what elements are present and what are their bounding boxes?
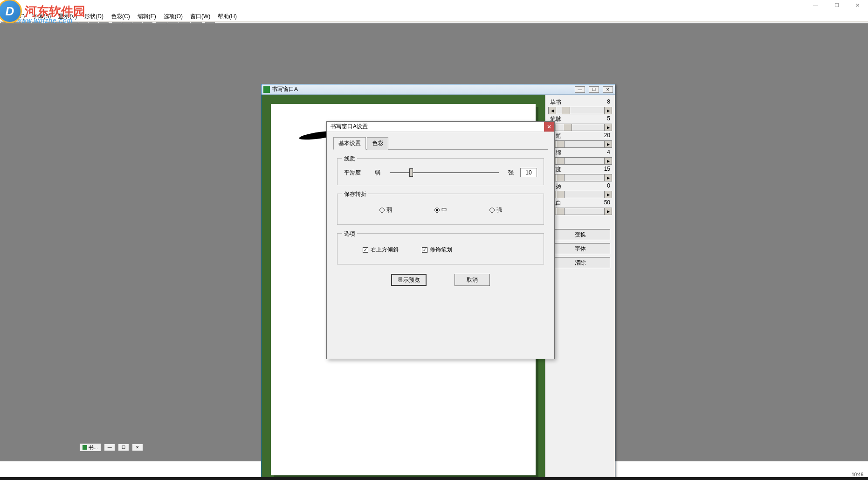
child-close-button[interactable]: ✕ (603, 86, 613, 93)
preserve-turns-fieldset: 保存转折 弱中强 (337, 194, 544, 225)
checkbox-option[interactable]: ✓修饰笔划 (422, 246, 452, 254)
smoothness-slider[interactable] (390, 172, 499, 173)
slider-thumb-icon[interactable] (556, 208, 565, 215)
slider-row: 连绵4◀▶ (548, 149, 612, 165)
radio-label: 强 (496, 206, 502, 214)
menu-bar: 文件(F)字体(S)显示(V)形状(D)色彩(C)编辑(E)选项(O)窗口(W)… (0, 12, 868, 22)
slider-row: 草书8◀▶ (548, 98, 612, 114)
child-minimize-button[interactable]: — (575, 86, 585, 93)
飞白-slider[interactable]: ◀▶ (548, 208, 612, 215)
radio-icon[interactable] (379, 208, 385, 213)
slider-thumb-icon[interactable] (562, 107, 570, 114)
slider-row: 运笔20◀▶ (548, 132, 612, 148)
slider-value: 5 (607, 115, 610, 123)
fieldset-legend: 线质 (342, 155, 357, 163)
radio-option[interactable]: 中 (434, 206, 447, 214)
strong-label: 强 (508, 169, 514, 177)
side-panel: 草书8◀▶笔脉5◀▶运笔20◀▶连绵4◀▶宽度15◀▶抑扬0◀▶飞白50◀▶变换… (545, 95, 615, 480)
side-panel-button[interactable]: 变换 (551, 229, 610, 240)
radio-icon[interactable] (434, 208, 440, 213)
cancel-button[interactable]: 取消 (455, 274, 490, 286)
dialog-tabs: 基本设置色彩 (333, 137, 548, 150)
mdi-tab-label: 书... (89, 444, 98, 451)
menu-item[interactable]: 色彩(C) (107, 12, 134, 21)
menu-item[interactable]: 显示(V) (55, 12, 81, 21)
slider-row: 笔脉5◀▶ (548, 115, 612, 131)
window-controls: — ☐ ✕ (805, 0, 868, 8)
chevron-right-icon[interactable]: ▶ (604, 158, 612, 164)
dialog-tab[interactable]: 色彩 (367, 137, 388, 150)
menu-item[interactable]: 窗口(W) (186, 12, 214, 21)
slider-thumb-icon[interactable] (556, 158, 565, 164)
slider-value: 4 (607, 149, 610, 157)
taskbar[interactable] (0, 477, 868, 480)
chevron-right-icon[interactable]: ▶ (604, 208, 612, 215)
radio-option[interactable]: 弱 (379, 206, 392, 214)
草书-slider[interactable]: ◀▶ (548, 107, 612, 114)
checkbox-label: 修饰笔划 (430, 246, 452, 254)
radio-icon[interactable] (489, 208, 495, 213)
mdi-restore-button[interactable]: ☐ (118, 444, 129, 451)
child-title-bar[interactable]: 书写窗口A — ☐ ✕ (262, 84, 615, 95)
menu-item[interactable]: 选项(O) (160, 12, 186, 21)
chevron-right-icon[interactable]: ▶ (604, 191, 612, 198)
chevron-right-icon[interactable]: ▶ (604, 124, 612, 131)
slider-thumb-icon[interactable] (556, 174, 565, 181)
slider-value: 20 (604, 132, 610, 140)
dialog-tab[interactable]: 基本设置 (333, 137, 366, 150)
chevron-right-icon[interactable]: ▶ (604, 174, 612, 181)
mdi-tab-bar: 书... — ☐ ✕ (79, 443, 143, 452)
side-panel-button[interactable]: 清除 (551, 257, 610, 268)
dialog-close-button[interactable]: ✕ (544, 122, 554, 132)
options-fieldset: 选项 ✓右上方倾斜✓修饰笔划 (337, 233, 544, 264)
weak-label: 弱 (375, 169, 380, 177)
preview-button[interactable]: 显示预览 (391, 274, 427, 286)
抑扬-slider[interactable]: ◀▶ (548, 191, 612, 198)
mdi-tab[interactable]: 书... (79, 443, 101, 452)
slider-row: 宽度15◀▶ (548, 166, 612, 181)
checkbox-label: 右上方倾斜 (371, 246, 399, 254)
side-panel-button[interactable]: 字体 (551, 243, 610, 254)
minimize-button[interactable]: — (805, 0, 826, 10)
mdi-minimize-button[interactable]: — (104, 444, 115, 451)
chevron-right-icon[interactable]: ▶ (604, 141, 612, 147)
chevron-right-icon[interactable]: ▶ (604, 107, 612, 114)
checkbox-icon[interactable]: ✓ (363, 247, 368, 253)
smoothness-input[interactable] (520, 168, 537, 177)
slider-handle-icon[interactable] (409, 168, 413, 177)
menu-item[interactable]: 编辑(E) (134, 12, 160, 21)
menu-item[interactable]: 帮助(H) (214, 12, 241, 21)
宽度-slider[interactable]: ◀▶ (548, 174, 612, 181)
menu-item[interactable]: 形状(D) (81, 12, 107, 21)
smoothness-label: 平滑度 (344, 169, 361, 177)
dialog-button-row: 显示预览 取消 (333, 274, 548, 286)
settings-dialog: 书写窗口A设置 ✕ 基本设置色彩 线质 平滑度 弱 强 保存转折 弱中强 选项 … (326, 121, 555, 359)
radio-label: 弱 (386, 206, 392, 214)
close-button[interactable]: ✕ (847, 0, 868, 10)
slider-value: 15 (604, 166, 610, 174)
slider-label: 草书 (550, 98, 561, 106)
menu-item[interactable]: 文件(F) (3, 12, 28, 21)
slider-value: 50 (604, 199, 610, 207)
slider-value: 8 (607, 98, 610, 106)
child-window-title: 书写窗口A (272, 85, 298, 93)
dialog-title-bar[interactable]: 书写窗口A设置 ✕ (327, 122, 554, 132)
slider-thumb-icon[interactable] (556, 191, 565, 198)
radio-option[interactable]: 强 (489, 206, 502, 214)
fieldset-legend: 选项 (342, 230, 357, 238)
连绵-slider[interactable]: ◀▶ (548, 157, 612, 165)
maximize-button[interactable]: ☐ (826, 0, 847, 10)
menu-item[interactable]: 字体(S) (28, 12, 55, 21)
title-bar (0, 0, 868, 12)
radio-label: 中 (441, 206, 447, 214)
child-maximize-button[interactable]: ☐ (589, 86, 599, 93)
checkbox-icon[interactable]: ✓ (422, 247, 427, 253)
运笔-slider[interactable]: ◀▶ (548, 140, 612, 148)
checkbox-option[interactable]: ✓右上方倾斜 (363, 246, 399, 254)
status-time: 10:46 (852, 472, 863, 477)
笔脉-slider[interactable]: ◀▶ (548, 124, 612, 131)
mdi-close-button[interactable]: ✕ (132, 444, 143, 451)
chevron-left-icon[interactable]: ◀ (549, 107, 556, 114)
slider-thumb-icon[interactable] (556, 141, 565, 147)
slider-thumb-icon[interactable] (564, 124, 572, 131)
